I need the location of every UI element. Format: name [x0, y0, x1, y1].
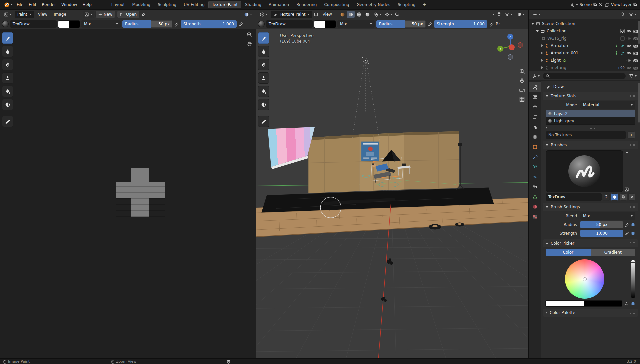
editor-type-button[interactable]	[258, 11, 269, 18]
panel-grip[interactable]	[630, 311, 635, 314]
gizmo-x-axis[interactable]	[509, 44, 515, 50]
browse-brush-icon[interactable]	[626, 152, 628, 154]
radius-slider[interactable]: Radius50 px	[376, 20, 426, 28]
color-animate-icon[interactable]	[631, 301, 635, 306]
pan-hand-icon[interactable]	[246, 41, 252, 47]
pin-icon[interactable]	[141, 12, 146, 17]
tab-rendering[interactable]: Rendering	[293, 1, 320, 8]
tab-texture-paint[interactable]: Texture Paint	[208, 1, 241, 8]
viewlayer-selector[interactable]: ViewLayer	[605, 2, 637, 7]
display-channels-button[interactable]	[243, 11, 253, 18]
disable-render-icon[interactable]	[633, 58, 638, 63]
brush-users-count[interactable]: 2	[603, 193, 610, 201]
disable-render-icon[interactable]	[633, 43, 638, 48]
tab-constraints[interactable]	[529, 182, 541, 192]
strength-pressure-icon[interactable]	[238, 22, 243, 27]
collapse-icon[interactable]	[546, 206, 548, 208]
menu-edit[interactable]: Edit	[26, 1, 39, 8]
menu-view[interactable]: View	[36, 11, 50, 18]
new-scene-icon[interactable]	[593, 3, 597, 7]
shading-solid-icon[interactable]	[347, 11, 355, 18]
primary-color-swatch[interactable]	[314, 21, 325, 28]
tab-scene[interactable]	[529, 122, 541, 132]
tool-smear[interactable]	[258, 59, 269, 70]
expand-icon[interactable]	[541, 59, 543, 62]
brush-name-field[interactable]: TexDraw	[546, 193, 602, 201]
tab-texture[interactable]	[529, 212, 541, 222]
outliner-row-armature[interactable]: Armature	[529, 42, 640, 49]
expand-icon[interactable]	[541, 44, 543, 47]
new-image-button[interactable]: New	[95, 11, 115, 18]
tab-world[interactable]	[529, 132, 541, 142]
radius-pressure-icon[interactable]	[625, 222, 629, 227]
strength-slider[interactable]: 1.000	[580, 230, 623, 237]
tool-clone[interactable]	[258, 72, 269, 84]
new-viewlayer-icon[interactable]	[633, 3, 637, 7]
menu-file[interactable]: File	[14, 1, 26, 8]
hide-eye-icon[interactable]	[626, 36, 631, 41]
brush-preview-icon[interactable]	[258, 21, 264, 27]
tool-clone[interactable]	[2, 72, 13, 84]
overlays-button[interactable]	[372, 11, 383, 18]
menu-window[interactable]: Window	[59, 1, 80, 8]
strength-slider[interactable]: Strength1.000	[434, 20, 487, 28]
secondary-color-swatch[interactable]	[325, 21, 336, 28]
add-workspace-button[interactable]: +	[419, 1, 430, 8]
tab-modifiers[interactable]	[529, 152, 541, 162]
background-color[interactable]	[584, 301, 622, 306]
collection-checkbox[interactable]	[620, 29, 625, 33]
add-texture-button[interactable]: +	[627, 131, 635, 139]
texture-slot-item[interactable]: Layar2	[546, 110, 635, 117]
unlink-scene-icon[interactable]	[599, 3, 603, 7]
tab-sculpting[interactable]: Sculpting	[154, 1, 180, 8]
properties-search[interactable]	[543, 73, 626, 79]
image-paint-canvas[interactable]	[0, 29, 256, 358]
scene-name[interactable]: Scene	[579, 2, 592, 7]
tool-fill[interactable]	[258, 86, 269, 97]
expand-icon[interactable]	[536, 30, 539, 32]
tab-object[interactable]	[529, 142, 541, 152]
blend-mode-dropdown[interactable]: Mix	[337, 20, 375, 28]
viewport-3d-canvas[interactable]: User Perspective (169) Cube.064 Z Y	[256, 29, 528, 358]
section-texture-slots[interactable]: Texture Slots	[543, 92, 638, 100]
color-tab[interactable]: Color	[546, 249, 591, 256]
camera-view-icon[interactable]	[519, 87, 525, 93]
color-wheel-cursor[interactable]	[583, 278, 586, 281]
tab-modeling[interactable]: Modeling	[129, 1, 154, 8]
value-slider[interactable]	[631, 260, 635, 298]
section-color-palette[interactable]: Color Palette	[543, 309, 638, 317]
shading-wireframe-icon[interactable]	[355, 11, 363, 18]
tool-soften[interactable]	[2, 46, 13, 57]
value-slider-handle[interactable]	[631, 261, 635, 262]
object-type-icon[interactable]	[314, 12, 318, 17]
tool-draw[interactable]	[2, 32, 13, 44]
menu-render[interactable]: Render	[39, 1, 59, 8]
tab-output[interactable]	[529, 102, 541, 112]
expand-icon[interactable]	[541, 52, 543, 54]
secondary-color-swatch[interactable]	[69, 21, 80, 28]
tab-material[interactable]	[529, 202, 541, 212]
disable-render-icon[interactable]	[633, 36, 638, 41]
panel-grip[interactable]	[630, 95, 635, 97]
section-brush-settings[interactable]: Brush Settings	[543, 203, 638, 211]
interaction-mode-dropdown[interactable]: Texture Paint	[271, 11, 312, 18]
tool-soften[interactable]	[258, 46, 269, 57]
strength-pressure-icon[interactable]	[625, 231, 629, 236]
tool-annotate[interactable]	[258, 116, 269, 127]
tool-annotate[interactable]	[2, 116, 13, 127]
swap-colors-icon[interactable]	[624, 301, 629, 306]
header-extra-chevron-icon[interactable]	[493, 14, 495, 15]
brush-preview-button[interactable]	[546, 150, 623, 192]
tool-fill[interactable]	[2, 86, 13, 97]
pan-hand-icon[interactable]	[519, 78, 525, 84]
selectable-checkbox[interactable]	[620, 36, 625, 41]
shading-dropdown-button[interactable]	[516, 11, 526, 18]
foreground-color[interactable]	[546, 301, 584, 306]
brush-name-field[interactable]: TexDraw	[266, 20, 313, 28]
pose-icon[interactable]	[614, 44, 619, 48]
tool-mask[interactable]	[258, 99, 269, 110]
tab-tool[interactable]	[529, 82, 541, 92]
properties-search-input[interactable]	[551, 74, 623, 78]
blender-logo-icon[interactable]	[3, 2, 14, 8]
hide-eye-icon[interactable]	[626, 58, 631, 63]
